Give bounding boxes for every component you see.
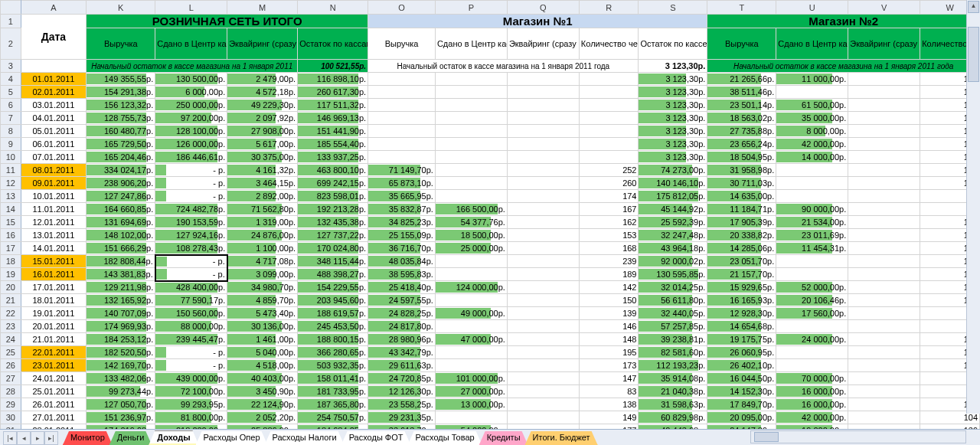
data-cell[interactable]: 1 319,00р. [227, 216, 298, 229]
date-cell[interactable]: 11.01.2011 [21, 203, 87, 216]
data-cell[interactable]: 23 051,70р. [707, 255, 776, 268]
data-cell[interactable]: 14 285,06р. [707, 242, 776, 255]
data-cell[interactable]: 252 [579, 164, 639, 177]
spreadsheet-grid[interactable]: AKLMNOPQRSTUVW 1 Дата РОЗНИЧНАЯ СЕТЬ ИТО… [0, 0, 980, 429]
data-cell[interactable]: 65 873,10р. [368, 177, 436, 190]
data-cell[interactable] [776, 177, 848, 190]
data-cell[interactable]: - р. [155, 268, 227, 281]
data-cell[interactable]: 149 [579, 411, 639, 424]
row-header[interactable]: 7 [1, 112, 21, 125]
data-cell[interactable]: 5 040,00р. [227, 346, 298, 359]
data-cell[interactable]: 32 440,05р. [639, 307, 707, 320]
data-cell[interactable]: 126 000,00р. [155, 138, 227, 151]
data-cell[interactable] [579, 99, 639, 112]
data-cell[interactable] [848, 346, 920, 359]
data-cell[interactable]: 132 435,38р. [298, 216, 368, 229]
data-cell[interactable]: 16 000,00р. [776, 398, 848, 411]
data-cell[interactable] [435, 268, 507, 281]
data-cell[interactable] [579, 125, 639, 138]
row-header[interactable]: 25 [1, 346, 21, 359]
data-cell[interactable]: 6 000,00р. [155, 86, 227, 99]
data-cell[interactable]: 4 572,18р. [227, 86, 298, 99]
data-cell[interactable]: 128 755,73р. [87, 112, 155, 125]
row-header[interactable]: 26 [1, 359, 21, 372]
data-cell[interactable] [776, 268, 848, 281]
data-cell[interactable]: 34 980,70р. [227, 281, 298, 294]
data-cell[interactable]: 35 000,00р. [776, 112, 848, 125]
data-cell[interactable]: 40 403,00р. [227, 372, 298, 385]
data-cell[interactable]: 488 398,27р. [298, 268, 368, 281]
data-cell[interactable] [848, 86, 920, 99]
data-cell[interactable] [507, 346, 579, 359]
data-cell[interactable]: 24 828,25р. [368, 307, 436, 320]
row-header[interactable]: 22 [1, 307, 21, 320]
data-cell[interactable]: 88 000,00р. [155, 320, 227, 333]
data-cell[interactable]: 27 735,88р. [707, 125, 776, 138]
data-cell[interactable]: 32 247,48р. [639, 229, 707, 242]
data-cell[interactable]: 182 808,44р. [87, 255, 155, 268]
data-cell[interactable]: 49 000,00р. [435, 307, 507, 320]
column-header[interactable]: Q [507, 1, 579, 15]
row-header[interactable]: 16 [1, 229, 21, 242]
data-cell[interactable]: 31 958,98р. [707, 164, 776, 177]
data-cell[interactable] [435, 73, 507, 86]
data-cell[interactable]: 3 123,30р. [639, 86, 707, 99]
data-cell[interactable]: 11 454,31р. [776, 242, 848, 255]
data-cell[interactable]: 148 [579, 333, 639, 346]
data-cell[interactable]: 131 694,69р. [87, 216, 155, 229]
data-cell[interactable]: 45 144,92р. [639, 203, 707, 216]
data-cell[interactable] [507, 268, 579, 281]
column-header[interactable]: L [155, 1, 227, 15]
date-cell[interactable]: 18.01.2011 [21, 294, 87, 307]
data-cell[interactable] [848, 177, 920, 190]
data-cell[interactable] [507, 255, 579, 268]
data-cell[interactable] [368, 86, 436, 99]
data-cell[interactable] [848, 320, 920, 333]
data-cell[interactable]: 146 969,13р. [298, 112, 368, 125]
data-cell[interactable]: 189 [579, 268, 639, 281]
data-cell[interactable]: 133 937,25р. [298, 151, 368, 164]
sheet-tab[interactable]: Расходы ФОТ [341, 431, 411, 445]
data-cell[interactable]: 190 153,59р. [155, 216, 227, 229]
data-cell[interactable] [848, 164, 920, 177]
data-cell[interactable]: 23 501,14р. [707, 99, 776, 112]
data-cell[interactable]: 18 504,95р. [707, 151, 776, 164]
date-cell[interactable]: 04.01.2011 [21, 112, 87, 125]
data-cell[interactable]: 12 928,30р. [707, 307, 776, 320]
row-header[interactable]: 8 [1, 125, 21, 138]
data-cell[interactable]: 188 800,15р. [298, 333, 368, 346]
data-cell[interactable]: 187 365,80р. [298, 398, 368, 411]
row-header[interactable]: 5 [1, 86, 21, 99]
data-cell[interactable]: 148 102,00р. [87, 229, 155, 242]
row-header[interactable]: 27 [1, 372, 21, 385]
row-header[interactable]: 11 [1, 164, 21, 177]
data-cell[interactable]: 56 611,80р. [639, 294, 707, 307]
data-cell[interactable]: 463 800,10р. [298, 164, 368, 177]
data-cell[interactable]: 164 660,85р. [87, 203, 155, 216]
data-cell[interactable] [507, 294, 579, 307]
data-cell[interactable]: 132 165,92р. [87, 294, 155, 307]
data-cell[interactable]: 4 859,70р. [227, 294, 298, 307]
data-cell[interactable] [507, 125, 579, 138]
data-cell[interactable]: 1 100,00р. [227, 242, 298, 255]
data-cell[interactable] [507, 138, 579, 151]
data-cell[interactable]: 192 213,28р. [298, 203, 368, 216]
data-cell[interactable]: 260 [579, 177, 639, 190]
data-cell[interactable] [848, 333, 920, 346]
data-cell[interactable] [435, 320, 507, 333]
data-cell[interactable]: 12 126,30р. [368, 385, 436, 398]
data-cell[interactable]: 81 800,00р. [155, 411, 227, 424]
data-cell[interactable]: 52 000,00р. [776, 281, 848, 294]
data-cell[interactable]: 34 825,23р. [368, 216, 436, 229]
data-cell[interactable]: 28 980,96р. [368, 333, 436, 346]
data-cell[interactable] [848, 268, 920, 281]
data-cell[interactable] [507, 281, 579, 294]
data-cell[interactable]: 27 908,00р. [227, 125, 298, 138]
data-cell[interactable]: 20 338,82р. [707, 229, 776, 242]
data-cell[interactable]: 3 123,30р. [639, 125, 707, 138]
data-cell[interactable] [579, 73, 639, 86]
data-cell[interactable]: 21 040,38р. [639, 385, 707, 398]
data-cell[interactable]: 82 581,60р. [639, 346, 707, 359]
data-cell[interactable]: 39 238,81р. [639, 333, 707, 346]
data-cell[interactable]: 439 000,00р. [155, 372, 227, 385]
